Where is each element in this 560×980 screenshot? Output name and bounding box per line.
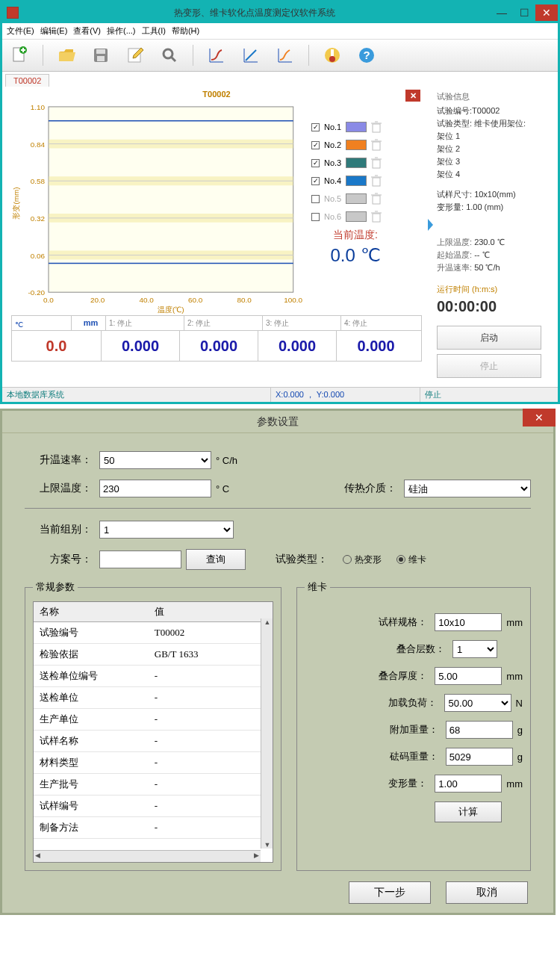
ch4-readout: 0.000 [337,331,415,361]
chart-title: T00002 ✕ [7,90,426,99]
next-button[interactable]: 下一步 [349,881,431,904]
legend-item-5[interactable]: No.5 [311,193,399,205]
svg-text:温度(℃): 温度(℃) [158,306,184,314]
menu-help[interactable]: 帮助(H) [172,25,199,37]
group-select[interactable]: 1 [99,521,234,539]
legend-item-2[interactable]: ✓No.2 [311,139,399,151]
main-window: 热变形、维卡软化点温度测定仪软件系统 — ☐ ✕ 文件(E) 编辑(E) 查看(… [0,0,560,404]
cancel-button[interactable]: 取消 [446,881,528,904]
thickness-input[interactable] [435,667,502,685]
load-select[interactable]: 50.00 [444,694,511,712]
help-icon[interactable]: ? [355,44,378,66]
table-row: 送检单位编号- [34,666,273,687]
params-table[interactable]: 名称值 试验编号T00002 检验依据GB/T 1633 送检单位编号- 送检单… [33,601,273,863]
params-legend: 常规参数 [33,580,78,594]
tab-row: T00002 [2,72,558,87]
save-icon[interactable] [90,44,112,66]
radio-vicat[interactable]: 维卡 [396,553,426,566]
table-row: 材料类型- [34,752,273,774]
svg-rect-42 [373,214,380,222]
close-button[interactable]: ✕ [535,4,558,21]
legend-item-3[interactable]: ✓No.3 [311,157,399,169]
dialog-close-button[interactable]: ✕ [523,409,556,427]
curve2-icon[interactable] [240,44,262,66]
type-label: 试验类型： [276,553,328,566]
dialog-title: 参数设置 [257,415,299,429]
curve3-icon[interactable] [274,44,296,66]
upper-label: 上限温度： [25,482,92,495]
legend-item-1[interactable]: ✓No.1 [311,121,399,133]
plan-label: 方案号： [25,553,92,566]
menu-edit[interactable]: 编辑(E) [40,25,68,37]
legend-item-4[interactable]: ✓No.4 [311,175,399,187]
ch3-readout: 0.000 [258,331,337,361]
table-row: 制备方法- [34,817,273,839]
svg-text:0.06: 0.06 [31,252,46,260]
rate-select[interactable]: 50 [99,451,211,469]
scrollbar-vertical[interactable] [261,618,273,849]
scrollbar-horizontal[interactable] [34,850,261,862]
chart-close-icon[interactable]: ✕ [405,90,420,102]
minimize-button[interactable]: — [491,4,513,21]
chart[interactable]: 1.10 0.84 0.58 0.32 0.06 -0.20 0.0 20.0 … [7,99,305,315]
svg-text:-0.20: -0.20 [28,288,45,297]
maximize-button[interactable]: ☐ [513,4,535,21]
thermo-icon[interactable] [321,44,343,66]
menu-tools[interactable]: 工具(I) [142,25,166,37]
menu-bar: 文件(E) 编辑(E) 查看(V) 操作(...) 工具(I) 帮助(H) [2,23,558,40]
deform-input[interactable] [435,775,502,793]
search-icon[interactable] [158,44,181,66]
svg-text:0.0: 0.0 [43,296,54,304]
svg-rect-37 [373,124,380,132]
ch2-readout: 0.000 [180,331,258,361]
weight-input[interactable] [446,748,513,766]
trash-icon[interactable] [371,157,382,169]
menu-view[interactable]: 查看(V) [73,25,101,37]
edit-icon[interactable] [124,44,146,66]
svg-text:0.32: 0.32 [31,214,46,223]
svg-text:20.0: 20.0 [90,296,105,304]
dialog-titlebar[interactable]: 参数设置 ✕ [2,411,553,433]
trash-icon[interactable] [371,121,382,133]
svg-rect-3 [96,49,105,54]
calc-button[interactable]: 计算 [435,801,502,822]
query-button[interactable]: 查询 [186,549,246,570]
svg-text:1.10: 1.10 [31,103,46,111]
svg-text:40.0: 40.0 [139,296,154,304]
ch1-readout: 0.000 [102,331,180,361]
layers-select[interactable]: 1 [452,640,497,658]
status-bar: 本地数据库系统 X:0.000 ， Y:0.000 停止 [2,387,558,402]
legend-item-6[interactable]: No.6 [311,211,399,223]
spec-input[interactable] [435,613,502,631]
titlebar[interactable]: 热变形、维卡软化点温度测定仪软件系统 — ☐ ✕ [2,2,558,23]
trash-icon[interactable] [371,193,382,205]
collapse-arrow-icon[interactable] [426,219,434,231]
svg-rect-38 [373,142,380,150]
trash-icon[interactable] [371,139,382,151]
upper-input[interactable] [99,480,211,497]
medium-select[interactable]: 硅油 [404,480,531,497]
extra-weight-input[interactable] [446,721,513,739]
plan-input[interactable] [99,551,181,568]
start-button[interactable]: 启动 [437,326,541,350]
radio-heat[interactable]: 热变形 [343,553,382,566]
stop-button[interactable]: 停止 [437,354,541,378]
new-icon[interactable] [8,44,31,66]
legend: ✓No.1 ✓No.2 ✓No.3 ✓No.4 No.5 No.6 当前温度: … [305,99,402,315]
trash-icon[interactable] [371,175,382,187]
status-db: 本地数据库系统 [2,388,271,402]
table-row: 试样编号- [34,796,273,817]
trash-icon[interactable] [371,211,382,223]
menu-file[interactable]: 文件(E) [7,25,34,37]
svg-rect-12 [49,107,293,292]
app-icon [7,7,19,19]
temp-readout: 0.0 [12,331,102,361]
datastrip: 0.0 0.000 0.000 0.000 0.000 [11,330,422,362]
current-temp-value: 0.0 ℃ [311,245,399,266]
tab-test[interactable]: T00002 [5,74,49,87]
table-row: 检验依据GB/T 1633 [34,644,273,666]
menu-op[interactable]: 操作(...) [107,25,136,37]
open-icon[interactable] [55,44,78,66]
svg-rect-8 [331,49,334,57]
curve1-icon[interactable] [205,44,228,66]
